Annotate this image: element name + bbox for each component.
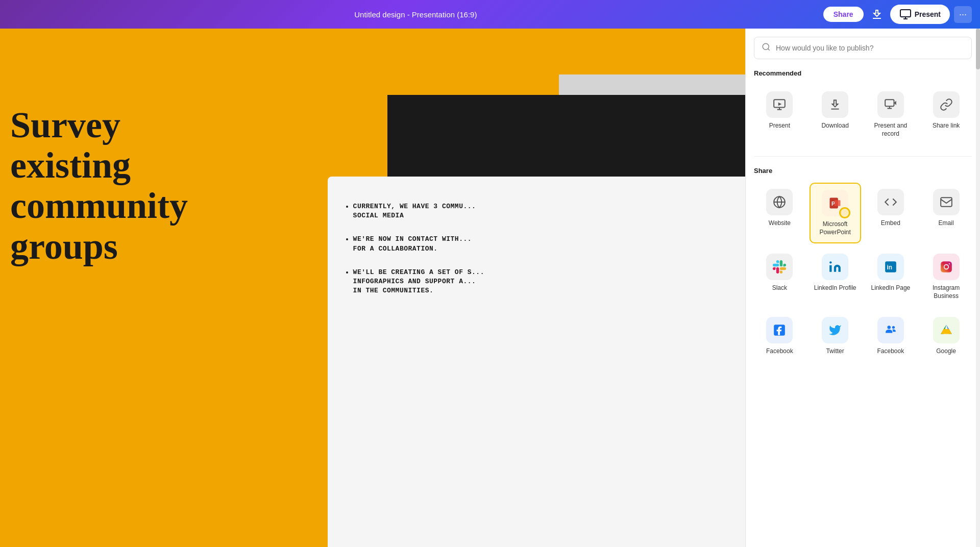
download-button[interactable] bbox=[868, 5, 886, 23]
present-label: Present bbox=[915, 10, 941, 18]
slide-content: Surveyexistingcommunitygroups CURRENTLY,… bbox=[0, 29, 745, 547]
svg-marker-3 bbox=[778, 103, 782, 106]
topbar: Untitled design - Presentation (16:9) Sh… bbox=[0, 0, 980, 29]
option-icon-share-link bbox=[933, 91, 960, 118]
bullet-item-1: CURRENTLY, WE HAVE 3 COMMU...SOCIAL MEDI… bbox=[353, 202, 701, 220]
svg-rect-9 bbox=[835, 200, 841, 206]
option-label-instagram: Instagram Business bbox=[923, 284, 969, 300]
svg-rect-11 bbox=[829, 265, 831, 272]
option-icon-website bbox=[766, 189, 793, 215]
option-icon-present bbox=[766, 91, 793, 118]
svg-rect-10 bbox=[941, 198, 952, 207]
share-grid: Website P Microsoft PowerPoint bbox=[754, 183, 972, 361]
option-icon-email bbox=[933, 189, 960, 215]
recommended-grid: Present Download Present and record bbox=[754, 85, 972, 144]
option-label-google-drive: Google bbox=[936, 347, 956, 356]
share-button[interactable]: Share bbox=[823, 7, 864, 22]
publish-panel: Recommended Present Download bbox=[745, 29, 980, 547]
bullet-item-3: WE'LL BE CREATING A SET OF S...INFOGRAPH… bbox=[353, 268, 701, 296]
svg-rect-15 bbox=[941, 262, 952, 273]
option-icon-ms-ppt: P bbox=[822, 190, 848, 216]
option-label-facebook: Facebook bbox=[766, 347, 793, 356]
slide-main-text: Surveyexistingcommunitygroups bbox=[10, 105, 188, 267]
option-label-facebook-group: Facebook bbox=[877, 347, 904, 356]
option-download[interactable]: Download bbox=[810, 85, 861, 144]
option-icon-slack bbox=[766, 254, 793, 280]
option-label-embed: Embed bbox=[881, 219, 900, 228]
option-ms-ppt[interactable]: P Microsoft PowerPoint bbox=[810, 183, 861, 243]
bullet-item-2: WE'RE NOW IN CONTACT WITH...FOR A COLLAB… bbox=[353, 235, 701, 253]
option-icon-linkedin-profile bbox=[822, 254, 848, 280]
option-label-present-record: Present and record bbox=[868, 122, 914, 138]
option-email[interactable]: Email bbox=[920, 183, 972, 243]
option-label-share-link: Share link bbox=[933, 122, 960, 130]
svg-rect-4 bbox=[885, 100, 894, 106]
option-icon-embed bbox=[877, 189, 904, 215]
scrollbar-thumb[interactable] bbox=[976, 29, 980, 69]
option-website[interactable]: Website bbox=[754, 183, 805, 243]
search-input[interactable] bbox=[776, 44, 964, 52]
svg-point-19 bbox=[887, 326, 891, 329]
option-icon-google-drive bbox=[933, 317, 960, 343]
option-twitter[interactable]: Twitter bbox=[810, 311, 861, 362]
option-present[interactable]: Present bbox=[754, 85, 805, 144]
bullet-list: CURRENTLY, WE HAVE 3 COMMU...SOCIAL MEDI… bbox=[343, 202, 701, 310]
option-present-record[interactable]: Present and record bbox=[865, 85, 917, 144]
option-instagram[interactable]: Instagram Business bbox=[920, 247, 972, 306]
divider-1 bbox=[754, 156, 972, 157]
option-icon-facebook bbox=[766, 317, 793, 343]
topbar-right: Share Present ··· bbox=[823, 5, 972, 24]
svg-point-1 bbox=[763, 43, 769, 49]
option-label-present: Present bbox=[769, 122, 790, 130]
present-button[interactable]: Present bbox=[890, 5, 950, 24]
option-icon-instagram bbox=[933, 254, 960, 280]
search-bar[interactable] bbox=[754, 37, 972, 59]
option-slack[interactable]: Slack bbox=[754, 247, 805, 306]
svg-point-20 bbox=[892, 326, 895, 328]
option-icon-download bbox=[822, 91, 848, 118]
option-label-twitter: Twitter bbox=[826, 347, 844, 356]
share-label: Share bbox=[754, 167, 972, 175]
option-linkedin-page[interactable]: in LinkedIn Page bbox=[865, 247, 917, 306]
option-linkedin-profile[interactable]: LinkedIn Profile bbox=[810, 247, 861, 306]
option-embed[interactable]: Embed bbox=[865, 183, 917, 243]
svg-text:in: in bbox=[887, 264, 892, 271]
option-facebook[interactable]: Facebook bbox=[754, 311, 805, 362]
option-label-linkedin-page: LinkedIn Page bbox=[871, 284, 911, 292]
option-icon-twitter bbox=[822, 317, 848, 343]
download-icon bbox=[871, 8, 883, 20]
option-facebook-group[interactable]: Facebook bbox=[865, 311, 917, 362]
canvas-area: Surveyexistingcommunitygroups CURRENTLY,… bbox=[0, 29, 745, 547]
option-label-download: Download bbox=[821, 122, 848, 130]
svg-rect-0 bbox=[900, 10, 911, 17]
svg-marker-23 bbox=[941, 329, 952, 334]
search-icon bbox=[762, 42, 771, 54]
option-icon-present-record bbox=[877, 91, 904, 118]
option-icon-linkedin-page: in bbox=[877, 254, 904, 280]
option-label-linkedin-profile: LinkedIn Profile bbox=[814, 284, 856, 292]
option-share-link[interactable]: Share link bbox=[920, 85, 972, 144]
option-label-website: Website bbox=[769, 219, 791, 228]
option-icon-facebook-group bbox=[877, 317, 904, 343]
option-label-slack: Slack bbox=[772, 284, 787, 292]
option-google-drive[interactable]: Google bbox=[920, 311, 972, 362]
option-label-email: Email bbox=[939, 219, 954, 228]
svg-point-12 bbox=[829, 262, 831, 264]
option-label-ms-ppt: Microsoft PowerPoint bbox=[814, 220, 857, 236]
scrollbar-track bbox=[976, 29, 980, 547]
more-button[interactable]: ··· bbox=[954, 6, 972, 23]
topbar-title: Untitled design - Presentation (16:9) bbox=[354, 10, 477, 19]
recommended-label: Recommended bbox=[754, 69, 972, 77]
present-icon bbox=[899, 8, 912, 20]
svg-point-17 bbox=[949, 263, 950, 264]
